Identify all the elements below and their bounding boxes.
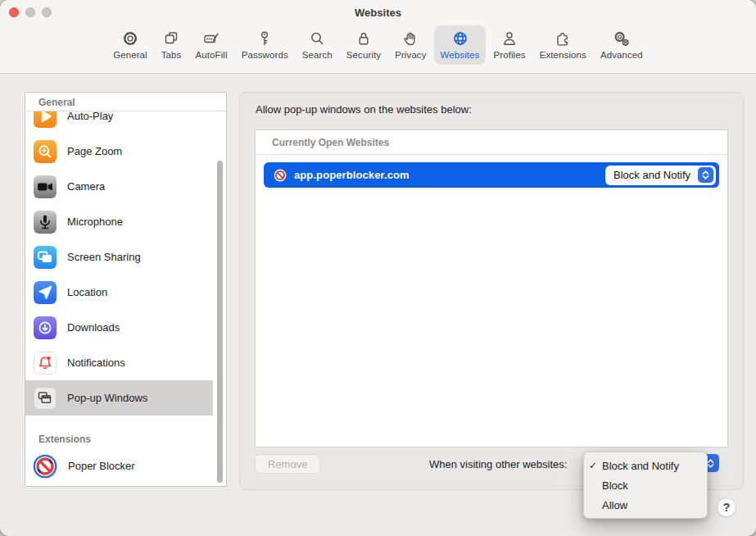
blocked-site-icon (274, 169, 287, 182)
tab-label: Websites (441, 50, 480, 60)
tab-label: Privacy (395, 50, 426, 60)
menu-item-block[interactable]: Block (584, 475, 707, 495)
chevron-up-down-icon (698, 167, 713, 183)
popup-windows-icon (34, 387, 57, 410)
popup-settings-panel: Allow pop-up windows on the websites bel… (239, 92, 744, 490)
site-policy-popup[interactable]: Block and Notify (605, 166, 716, 185)
table-row[interactable]: app.poperblocker.com Block and Notify (264, 162, 719, 188)
policy-dropdown-menu: ✓ Block and Notify Block Allow (583, 452, 708, 519)
tab-label: Tabs (161, 50, 182, 60)
tab-search[interactable]: Search (296, 25, 339, 65)
sidebar-item-label: Pop-up Windows (67, 392, 147, 404)
sidebar-item-popup-windows[interactable]: Pop-up Windows (25, 380, 213, 416)
safari-settings-window: Websites General Tabs (0, 0, 756, 536)
key-icon (256, 30, 274, 48)
tab-advanced[interactable]: Advanced (594, 25, 650, 65)
sidebar-item-page-zoom[interactable]: Page Zoom (25, 134, 213, 169)
tab-label: Search (302, 50, 333, 60)
sidebar: General Auto-Play (25, 92, 227, 487)
tab-privacy[interactable]: Privacy (388, 25, 432, 65)
page-zoom-icon (34, 140, 57, 163)
tab-label: Extensions (540, 50, 586, 60)
sidebar-item-poper-blocker[interactable]: Poper Blocker (25, 448, 213, 484)
camera-icon (34, 175, 57, 198)
sidebar-item-label: Poper Blocker (68, 460, 135, 472)
downloads-icon (34, 316, 57, 339)
sidebar-section-extensions: Extensions (25, 434, 226, 445)
panel-description: Allow pop-up windows on the websites bel… (256, 103, 472, 116)
sidebar-item-downloads[interactable]: Downloads (25, 310, 213, 345)
tab-profiles[interactable]: Profiles (487, 25, 532, 65)
tab-extensions[interactable]: Extensions (533, 25, 593, 65)
tab-label: Security (346, 50, 381, 60)
sidebar-item-label: Location (67, 286, 107, 298)
sidebar-item-label: Microphone (67, 216, 123, 228)
site-policy-value: Block and Notify (613, 169, 690, 181)
sidebar-item-label: Screen Sharing (67, 251, 141, 263)
gears-icon (613, 30, 631, 48)
sidebar-item-label: Auto-Play (67, 110, 113, 122)
sidebar-item-screen-sharing[interactable]: Screen Sharing (25, 239, 213, 275)
lock-icon (355, 30, 373, 48)
menu-item-label: Block (602, 479, 628, 492)
microphone-icon (34, 211, 57, 234)
globe-icon (451, 30, 469, 48)
gear-icon (121, 30, 139, 48)
table-header-label: Currently Open Websites (256, 137, 389, 148)
menu-item-block-and-notify[interactable]: ✓ Block and Notify (584, 456, 707, 475)
tab-label: AutoFill (195, 50, 227, 60)
remove-button[interactable]: Remove (255, 454, 320, 474)
sidebar-item-label: Downloads (67, 321, 120, 334)
sidebar-item-label: Page Zoom (67, 145, 122, 157)
settings-toolbar: General Tabs AutoFill (0, 25, 756, 74)
help-button[interactable]: ? (717, 497, 736, 517)
tab-autofill[interactable]: AutoFill (188, 25, 233, 65)
menu-item-allow[interactable]: Allow (584, 495, 707, 515)
autofill-icon (202, 30, 220, 48)
sidebar-item-label: Notifications (67, 357, 125, 369)
screen-sharing-icon (34, 246, 57, 269)
site-name: app.poperblocker.com (294, 169, 410, 181)
tab-websites[interactable]: Websites (434, 25, 487, 65)
menu-item-label: Block and Notify (602, 460, 679, 472)
sidebar-item-camera[interactable]: Camera (25, 169, 213, 204)
sidebar-item-label: Camera (67, 180, 105, 193)
sidebar-item-notifications[interactable]: Notifications (25, 345, 213, 380)
notifications-icon (34, 352, 57, 375)
person-icon (500, 30, 518, 48)
sidebar-scrollbar[interactable] (217, 161, 223, 483)
title-bar: Websites (0, 0, 756, 25)
sidebar-item-location[interactable]: Location (25, 275, 213, 310)
tabs-icon (162, 30, 180, 48)
poper-blocker-icon (33, 454, 57, 479)
tab-tabs[interactable]: Tabs (155, 25, 188, 65)
hand-icon (401, 30, 419, 48)
window-title: Websites (0, 0, 756, 25)
tab-label: General (113, 50, 147, 60)
search-icon (308, 30, 326, 48)
checkmark-icon: ✓ (584, 460, 602, 471)
tab-label: Profiles (493, 50, 525, 60)
tab-label: Passwords (242, 50, 288, 60)
tab-general[interactable]: General (106, 25, 154, 65)
tab-label: Advanced (600, 50, 643, 60)
sidebar-item-microphone[interactable]: Microphone (25, 204, 213, 239)
other-websites-label: When visiting other websites: (429, 458, 567, 470)
sidebar-section-general: General (25, 93, 226, 111)
websites-table: Currently Open Websites app.poperblocker… (255, 129, 728, 447)
menu-item-label: Allow (602, 499, 627, 511)
tab-passwords[interactable]: Passwords (235, 25, 295, 65)
puzzle-icon (554, 30, 572, 48)
tab-security[interactable]: Security (340, 25, 387, 65)
table-header: Currently Open Websites (256, 130, 727, 155)
location-icon (34, 281, 57, 304)
sidebar-list: Auto-Play Page Zoom (25, 111, 226, 484)
content-area: General Auto-Play (0, 74, 756, 535)
